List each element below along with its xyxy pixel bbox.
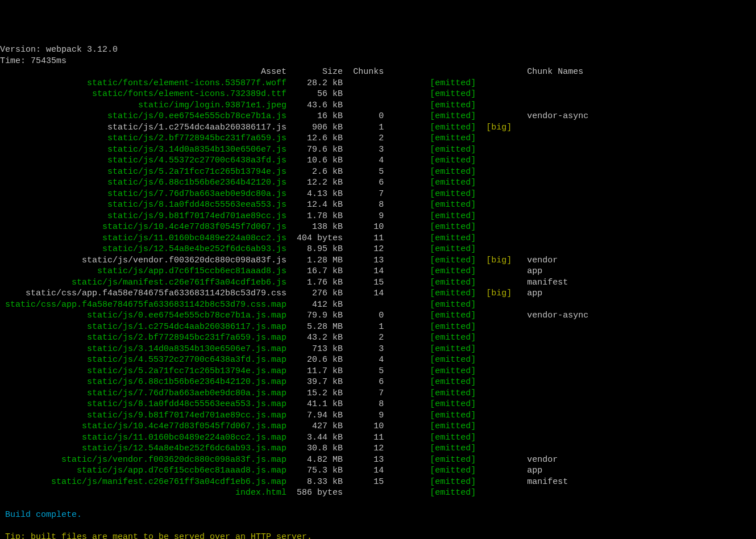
chunks-cell: 11 <box>343 433 384 442</box>
chunks-cell: 2 <box>343 133 384 143</box>
emitted-flag: [emitted] <box>394 156 476 165</box>
big-flag: [big] <box>486 256 517 265</box>
size-cell: 10.6 kB <box>286 156 343 165</box>
size-cell: 15.2 kB <box>286 388 343 398</box>
time-label: Time: <box>0 56 31 66</box>
size-cell: 138 kB <box>286 222 343 232</box>
chunk-name-cell: vendor <box>527 455 558 465</box>
emitted-flag: [emitted] <box>394 411 476 420</box>
asset-cell: static/js/0.ee6754e555cb78ce7b1a.js <box>0 111 286 121</box>
emitted-flag: [emitted] <box>394 266 476 276</box>
chunks-cell: 0 <box>343 111 384 121</box>
emitted-flag: [emitted] <box>394 344 476 354</box>
col-size: Size <box>286 67 343 77</box>
size-cell: 12.4 kB <box>286 200 343 210</box>
emitted-flag: [emitted] <box>394 89 476 99</box>
emitted-flag: [emitted] <box>394 101 476 110</box>
asset-cell: static/js/8.1a0fdd48c55563eea553.js <box>0 200 286 210</box>
chunks-cell: 6 <box>343 377 384 387</box>
asset-cell: static/js/11.0160bc0489e224a08cc2.js.map <box>0 433 286 442</box>
emitted-flag: [emitted] <box>394 466 476 475</box>
size-cell: 276 kB <box>286 289 343 298</box>
size-cell: 4.82 MB <box>286 455 343 465</box>
size-cell: 79.9 kB <box>286 311 343 320</box>
asset-cell: static/js/12.54a8e4be252f6dc6ab93.js <box>0 244 286 254</box>
asset-cell: static/img/login.93871e1.jpeg <box>0 101 286 110</box>
emitted-flag: [emitted] <box>394 178 476 187</box>
asset-cell: index.html <box>0 488 286 498</box>
emitted-flag: [emitted] <box>394 167 476 177</box>
asset-cell: static/js/vendor.f003620dc880c098a83f.js… <box>0 455 286 465</box>
version-line: Version: webpack 3.12.0 <box>0 45 118 55</box>
col-chunks: Chunks <box>343 67 384 77</box>
emitted-flag: [emitted] <box>394 488 476 498</box>
asset-cell: static/js/6.88c1b56b6e2364b42120.js <box>0 178 286 187</box>
chunk-name-cell: app <box>527 266 542 276</box>
size-cell: 43.6 kB <box>286 101 343 110</box>
size-cell: 8.95 kB <box>286 244 343 254</box>
emitted-flag: [emitted] <box>394 455 476 465</box>
asset-cell: static/js/11.0160bc0489e224a08cc2.js <box>0 233 286 243</box>
size-cell: 412 kB <box>286 300 343 310</box>
chunks-cell <box>343 101 384 110</box>
emitted-flag: [emitted] <box>394 78 476 88</box>
emitted-flag: [emitted] <box>394 444 476 453</box>
size-cell: 11.7 kB <box>286 366 343 376</box>
chunks-cell: 6 <box>343 178 384 187</box>
size-cell: 16 kB <box>286 111 343 121</box>
chunk-name-cell: vendor-async <box>527 311 588 320</box>
size-cell: 43.2 kB <box>286 333 343 342</box>
emitted-flag: [emitted] <box>394 111 476 121</box>
emitted-flag: [emitted] <box>394 222 476 232</box>
emitted-flag: [emitted] <box>394 421 476 431</box>
emitted-flag: [emitted] <box>394 322 476 332</box>
size-cell: 8.33 kB <box>286 477 343 487</box>
asset-cell: static/fonts/element-icons.535877f.woff <box>0 78 286 88</box>
chunks-cell: 15 <box>343 477 384 487</box>
emitted-flag: [emitted] <box>394 200 476 210</box>
emitted-flag: [emitted] <box>394 311 476 320</box>
chunks-cell <box>343 78 384 88</box>
emitted-flag: [emitted] <box>394 377 476 387</box>
chunk-name-cell: manifest <box>527 477 568 487</box>
size-cell: 1.76 kB <box>286 278 343 287</box>
chunks-cell: 15 <box>343 278 384 287</box>
asset-cell: static/js/manifest.c26e761ff3a04cdf1eb6.… <box>0 278 286 287</box>
size-cell: 16.7 kB <box>286 266 343 276</box>
chunks-cell: 9 <box>343 211 384 221</box>
size-cell: 79.6 kB <box>286 145 343 154</box>
chunks-cell: 9 <box>343 411 384 420</box>
asset-cell: static/js/vendor.f003620dc880c098a83f.js <box>0 256 286 265</box>
size-cell: 906 kB <box>286 123 343 132</box>
big-flag: [big] <box>486 123 517 132</box>
emitted-flag: [emitted] <box>394 244 476 254</box>
emitted-flag: [emitted] <box>394 123 476 132</box>
size-cell: 28.2 kB <box>286 78 343 88</box>
asset-cell: static/fonts/element-icons.732389d.ttf <box>0 89 286 99</box>
chunks-cell: 12 <box>343 444 384 453</box>
size-cell: 1.78 kB <box>286 211 343 221</box>
chunks-cell <box>343 488 384 498</box>
chunks-cell: 14 <box>343 266 384 276</box>
asset-cell: static/js/4.55372c27700c6438a3fd.js.map <box>0 355 286 365</box>
size-cell: 427 kB <box>286 421 343 431</box>
chunks-cell: 0 <box>343 311 384 320</box>
asset-cell: static/js/7.76d7ba663aeb0e9dc80a.js.map <box>0 388 286 398</box>
size-cell: 39.7 kB <box>286 377 343 387</box>
asset-cell: static/css/app.f4a58e784675fa6336831142b… <box>0 300 286 310</box>
chunks-cell: 2 <box>343 333 384 342</box>
chunks-cell: 4 <box>343 355 384 365</box>
chunks-cell: 1 <box>343 123 384 132</box>
emitted-flag: [emitted] <box>394 289 476 298</box>
size-cell: 1.28 MB <box>286 256 343 265</box>
chunks-cell: 8 <box>343 399 384 409</box>
size-cell: 12.2 kB <box>286 178 343 187</box>
size-cell: 3.44 kB <box>286 433 343 442</box>
asset-cell: static/js/12.54a8e4be252f6dc6ab93.js.map <box>0 444 286 453</box>
asset-cell: static/js/1.c2754dc4aab260386117.js <box>0 123 286 132</box>
asset-cell: static/js/8.1a0fdd48c55563eea553.js.map <box>0 399 286 409</box>
asset-cell: static/css/app.f4a58e784675fa6336831142b… <box>0 289 286 298</box>
chunks-cell <box>343 300 384 310</box>
size-cell: 20.6 kB <box>286 355 343 365</box>
size-cell: 75.3 kB <box>286 466 343 475</box>
